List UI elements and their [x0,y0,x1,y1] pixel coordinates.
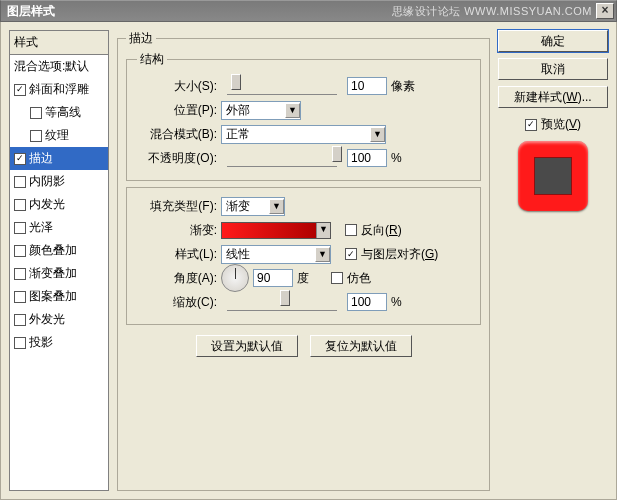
dither-checkbox[interactable] [331,272,343,284]
style-checkbox[interactable] [14,291,26,303]
chevron-down-icon: ▼ [316,223,330,238]
style-item-光泽[interactable]: 光泽 [10,216,108,239]
watermark: 思缘设计论坛 WWW.MISSYUAN.COM [59,4,596,19]
opacity-unit: % [391,151,402,165]
style-checkbox[interactable] [30,107,42,119]
ok-button[interactable]: 确定 [498,30,608,52]
style-item-label: 颜色叠加 [29,242,77,259]
reset-default-button[interactable]: 复位为默认值 [310,335,412,357]
angle-unit: 度 [297,270,309,287]
gradient-picker[interactable]: ▼ [221,222,331,239]
preview-label: 预览(V) [541,116,581,133]
style-checkbox[interactable] [14,337,26,349]
style-checkbox[interactable] [30,130,42,142]
style-item-label: 描边 [29,150,53,167]
blendmode-label: 混合模式(B): [137,126,217,143]
filltype-select[interactable]: 渐变▼ [221,197,285,216]
align-label: 与图层对齐(G) [361,246,438,263]
scale-input[interactable]: 100 [347,293,387,311]
style-checkbox[interactable] [14,153,26,165]
position-label: 位置(P): [137,102,217,119]
window-title: 图层样式 [3,3,59,20]
style-item-label: 斜面和浮雕 [29,81,89,98]
size-slider[interactable] [227,77,337,95]
style-item-label: 内发光 [29,196,65,213]
style-item-label: 投影 [29,334,53,351]
cancel-button[interactable]: 取消 [498,58,608,80]
size-label: 大小(S): [137,78,217,95]
preview-swatch [518,141,588,211]
align-checkbox[interactable] [345,248,357,260]
blend-options-row[interactable]: 混合选项:默认 [10,55,108,78]
close-icon[interactable]: × [596,3,614,19]
style-item-label: 光泽 [29,219,53,236]
position-select[interactable]: 外部▼ [221,101,301,120]
legend-structure: 结构 [137,51,167,68]
style-item-图案叠加[interactable]: 图案叠加 [10,285,108,308]
style-item-颜色叠加[interactable]: 颜色叠加 [10,239,108,262]
scale-unit: % [391,295,402,309]
style-item-label: 内阴影 [29,173,65,190]
angle-dial[interactable] [221,264,249,292]
style-item-内阴影[interactable]: 内阴影 [10,170,108,193]
size-input[interactable]: 10 [347,77,387,95]
style-item-label: 纹理 [45,127,69,144]
gradient-label: 渐变: [137,222,217,239]
make-default-button[interactable]: 设置为默认值 [196,335,298,357]
opacity-slider[interactable] [227,149,337,167]
angle-input[interactable]: 90 [253,269,293,287]
legend-stroke: 描边 [126,30,156,47]
opacity-input[interactable]: 100 [347,149,387,167]
style-label: 样式(L): [137,246,217,263]
angle-label: 角度(A): [137,270,217,287]
blendmode-select[interactable]: 正常▼ [221,125,386,144]
style-item-label: 外发光 [29,311,65,328]
style-item-纹理[interactable]: 纹理 [10,124,108,147]
style-checkbox[interactable] [14,268,26,280]
style-item-斜面和浮雕[interactable]: 斜面和浮雕 [10,78,108,101]
style-checkbox[interactable] [14,222,26,234]
style-item-投影[interactable]: 投影 [10,331,108,354]
style-checkbox[interactable] [14,245,26,257]
style-item-label: 图案叠加 [29,288,77,305]
style-item-label: 等高线 [45,104,81,121]
style-item-等高线[interactable]: 等高线 [10,101,108,124]
chevron-down-icon: ▼ [370,127,385,142]
scale-label: 缩放(C): [137,294,217,311]
preview-checkbox[interactable] [525,119,537,131]
chevron-down-icon: ▼ [285,103,300,118]
opacity-label: 不透明度(O): [137,150,217,167]
style-select[interactable]: 线性▼ [221,245,331,264]
dither-label: 仿色 [347,270,371,287]
styles-header: 样式 [10,31,108,55]
style-checkbox[interactable] [14,84,26,96]
style-item-内发光[interactable]: 内发光 [10,193,108,216]
style-checkbox[interactable] [14,176,26,188]
style-checkbox[interactable] [14,314,26,326]
style-item-外发光[interactable]: 外发光 [10,308,108,331]
style-item-渐变叠加[interactable]: 渐变叠加 [10,262,108,285]
style-checkbox[interactable] [14,199,26,211]
chevron-down-icon: ▼ [269,199,284,214]
styles-list: 样式 混合选项:默认 斜面和浮雕等高线纹理描边内阴影内发光光泽颜色叠加渐变叠加图… [9,30,109,491]
chevron-down-icon: ▼ [315,247,330,262]
reverse-label: 反向(R) [361,222,402,239]
style-item-描边[interactable]: 描边 [10,147,108,170]
style-item-label: 渐变叠加 [29,265,77,282]
new-style-button[interactable]: 新建样式(W)... [498,86,608,108]
size-unit: 像素 [391,78,415,95]
reverse-checkbox[interactable] [345,224,357,236]
filltype-label: 填充类型(F): [137,198,217,215]
scale-slider[interactable] [227,293,337,311]
